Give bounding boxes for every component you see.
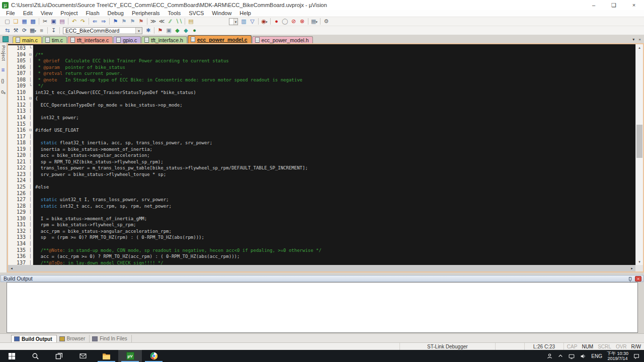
open-folder-icon[interactable]: ❑ <box>12 18 20 25</box>
volume-icon[interactable] <box>580 353 587 359</box>
code-line[interactable]: 136│ acc = (acc_rpm >= 0) ? RPM_TO_HZ(ac… <box>8 253 635 260</box>
quick-find-combo[interactable]: ▾ <box>229 18 238 25</box>
code-line[interactable]: 127│ static uint32_t I, trans_loss_power… <box>8 197 635 203</box>
functions-icon[interactable]: {} <box>1 78 5 83</box>
mail-icon[interactable] <box>71 350 95 362</box>
code-line[interactable]: 130│ I = bike_status->moment_of_inertia_… <box>8 216 635 222</box>
target-select-combo[interactable]: ECC_BikeCommBoard▾ <box>63 27 142 34</box>
save-all-icon[interactable]: ▩ <box>29 18 37 25</box>
bottom-tab-browser[interactable]: Browser <box>57 335 90 342</box>
code-line[interactable]: 104⊟/** <box>8 52 635 58</box>
target-options-icon[interactable]: ✱ <box>144 27 152 34</box>
build-icon[interactable]: ⚒ <box>12 27 20 34</box>
breakpoint-kill-all-icon[interactable]: ⊗ <box>298 18 306 25</box>
translate-file-icon[interactable]: ⇆ <box>3 27 12 34</box>
pin-icon[interactable] <box>629 277 631 281</box>
vertical-scroll-thumb[interactable] <box>636 125 642 158</box>
menu-file[interactable]: File <box>2 10 19 17</box>
build-output-content[interactable] <box>7 282 638 333</box>
vertical-scrollbar[interactable]: ▴ ▾ <box>635 44 643 265</box>
document-notes-icon[interactable]: ▤ <box>187 18 195 25</box>
indent-icon[interactable]: ≫ <box>149 18 157 25</box>
menu-view[interactable]: View <box>37 10 57 17</box>
search-icon[interactable] <box>24 350 47 362</box>
pack-installer-icon[interactable]: ● <box>190 27 199 34</box>
scroll-up-icon[interactable]: ▴ <box>636 44 643 51</box>
code-line[interactable]: 105│ * @brief Calculate ECC bike Trainer… <box>8 58 635 64</box>
maximize-button[interactable]: ❏ <box>604 0 624 10</box>
language-indicator[interactable]: ENG <box>591 353 602 359</box>
code-line[interactable]: 126│ <box>8 191 635 197</box>
project-panel-tab[interactable]: Project <box>1 45 6 61</box>
tab-main.c[interactable]: main.c <box>13 36 42 43</box>
fold-marker[interactable]: ⊟ <box>28 127 33 134</box>
tab-ecc_power_model.c[interactable]: ecc_power_model.c <box>188 35 252 43</box>
fold-marker[interactable]: ⊟ <box>28 96 33 102</box>
code-line[interactable]: 109└ */ <box>8 83 635 89</box>
code-line[interactable]: 119│ inertia = bike_status->moment_of_in… <box>8 146 635 153</box>
debug-windows-dropdown-icon[interactable]: ▦▾ <box>310 18 318 25</box>
menu-debug[interactable]: Debug <box>104 10 128 17</box>
copy-icon[interactable]: ▣ <box>49 18 58 25</box>
breakpoint-enable-icon[interactable]: ◯ <box>281 18 289 25</box>
menu-window[interactable]: Window <box>208 10 235 17</box>
code-line[interactable]: 120│ acc = bike_status->angular_accelera… <box>8 152 635 159</box>
bookmark-clear-all-icon[interactable]: ⚑ <box>137 18 145 25</box>
close-button[interactable]: × <box>624 0 644 10</box>
bottom-tab-find-in-files[interactable]: Find In Files <box>90 335 131 342</box>
download-icon[interactable]: ↧ <box>49 27 58 34</box>
paste-icon[interactable]: ▤ <box>58 18 66 25</box>
filter-icon[interactable]: ▽ <box>248 18 257 25</box>
window-menu-icon[interactable] <box>3 36 9 42</box>
batch-build-dropdown-icon[interactable]: ▦▾ <box>29 27 37 34</box>
tab-list-dropdown-icon[interactable]: ▾ <box>632 37 634 42</box>
books-icon[interactable]: ≣ <box>1 67 5 72</box>
code-line[interactable]: 110int32_t ecc_CalPower(ECC_TrainerStatu… <box>8 89 635 96</box>
comment-selection-icon[interactable]: ∕∕ <box>166 18 175 25</box>
manage-rte-icon[interactable]: ◆ <box>173 27 182 34</box>
code-line[interactable]: 137│ /**@ToDo: in lay-down model CHECK s… <box>8 260 635 265</box>
code-line[interactable]: 133│ sp = (rpm >= 0)? RPM_TO_HZ(rpm) : (… <box>8 234 635 241</box>
start-button[interactable] <box>0 350 24 362</box>
menu-flash[interactable]: Flash <box>82 10 104 17</box>
code-line[interactable]: 112│ ECC_OperationTypeDef op_mode = bike… <box>8 102 635 109</box>
file-explorer-icon[interactable] <box>95 350 118 362</box>
bookmark-prev-icon[interactable]: ⚑ <box>120 18 128 25</box>
tab-tim.c[interactable]: tim.c <box>42 36 67 43</box>
uncomment-selection-icon[interactable]: ∖∖ <box>175 18 183 25</box>
cut-icon[interactable]: ✂ <box>41 18 49 25</box>
chrome-icon[interactable] <box>142 350 166 362</box>
rebuild-icon[interactable]: ⟳ <box>20 27 29 34</box>
tab-tft_interface.c[interactable]: tft_interface.c <box>67 36 113 43</box>
code-line[interactable]: 115│ <box>8 121 635 128</box>
tab-gpio.c[interactable]: gpio.c <box>113 36 141 43</box>
quick-find-combo-caret-icon[interactable]: ▾ <box>233 19 237 25</box>
minimize-button[interactable]: – <box>584 0 604 10</box>
code-line[interactable]: 118│ static float32_t inertia, acc, sp, … <box>8 140 635 146</box>
action-center-icon[interactable] <box>633 353 640 359</box>
code-line[interactable]: 123│ srv_power = bike_status->flywheel_t… <box>8 171 635 178</box>
code-line[interactable]: 128│ static int32_t acc, acc_rpm, sp, rp… <box>8 203 635 210</box>
redo-icon[interactable]: ↷ <box>78 18 87 25</box>
code-line[interactable]: 113│ <box>8 108 635 115</box>
find-dropdown-icon[interactable]: ◉▾ <box>260 18 269 25</box>
code-line[interactable]: 125│#else <box>8 184 635 191</box>
bookmark-next-icon[interactable]: ⚑ <box>128 18 137 25</box>
bookmark-toggle-icon[interactable]: ⚑ <box>111 18 120 25</box>
navigate-back-icon[interactable]: ⇐ <box>91 18 99 25</box>
menu-project[interactable]: Project <box>56 10 82 17</box>
menu-svcs[interactable]: SVCS <box>185 10 208 17</box>
multi-project-icon[interactable]: ▣ <box>165 27 173 34</box>
new-file-icon[interactable]: ▢ <box>3 18 12 25</box>
target-select-combo-caret-icon[interactable]: ▾ <box>135 28 142 34</box>
find-in-files-icon[interactable]: ▥ <box>239 18 248 25</box>
code-line[interactable]: 111⊟{ <box>8 96 635 102</box>
code-line[interactable]: 106│ * @param pointer of bike_status <box>8 64 635 71</box>
breakpoint-insert-icon[interactable]: ● <box>272 18 281 25</box>
templates-icon[interactable]: 0ₐ <box>1 89 5 95</box>
select-packs-icon[interactable]: ◆ <box>182 27 190 34</box>
code-line[interactable]: 135│ /**@Note: in stand-up mode, CON mod… <box>8 247 635 254</box>
tab-ecc_power_model.h[interactable]: ecc_power_model.h <box>252 36 313 43</box>
tab-close-icon[interactable]: × <box>638 37 641 42</box>
code-line[interactable]: 134│ <box>8 241 635 247</box>
